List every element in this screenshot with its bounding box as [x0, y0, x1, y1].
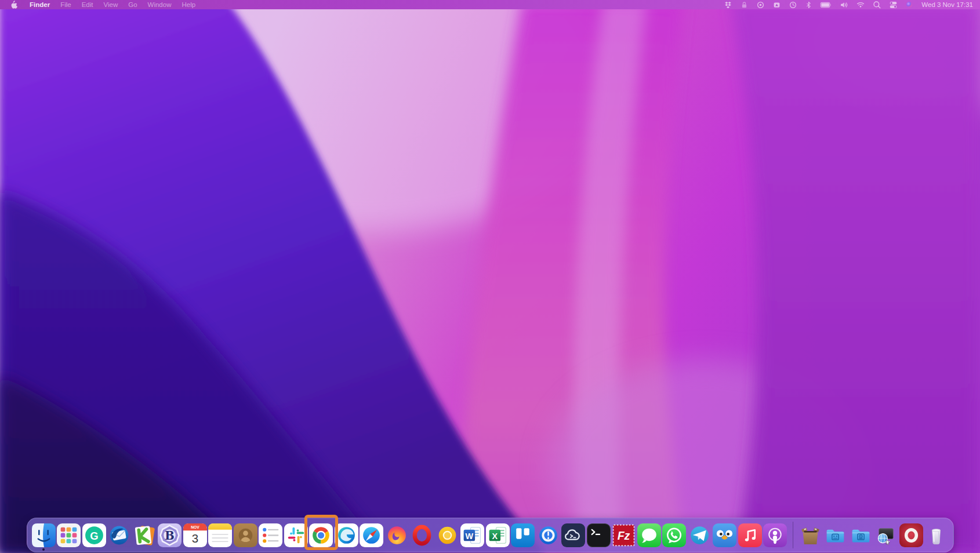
circled-dot-icon[interactable]	[756, 1, 765, 9]
notes-icon	[208, 523, 232, 547]
dock-container: G	[0, 518, 980, 552]
dock-item-opera[interactable]	[409, 518, 435, 552]
k-green-book-app-icon	[133, 523, 157, 547]
dock-item-terminal[interactable]	[586, 518, 612, 552]
dock-item-microsoft-excel[interactable]: X	[485, 518, 511, 552]
menu-go[interactable]: Go	[123, 1, 142, 8]
svg-text:3: 3	[192, 531, 198, 544]
dock-item-google-chrome[interactable]	[308, 518, 334, 552]
dock-item-1password[interactable]	[536, 518, 561, 552]
menu-finder[interactable]: Finder	[24, 1, 55, 8]
red-o-app-icon	[899, 523, 923, 547]
terminal-icon	[587, 523, 611, 547]
dock-item-whatsapp[interactable]	[662, 518, 687, 552]
wifi-icon[interactable]	[856, 1, 865, 9]
disk-images-folder-icon	[849, 523, 873, 547]
bluetooth-icon[interactable]	[805, 1, 812, 9]
clock-icon[interactable]	[789, 1, 797, 9]
applications-folder-icon	[823, 523, 847, 547]
svg-text:W: W	[466, 532, 474, 541]
dock-item-chrome-canary[interactable]	[435, 518, 460, 552]
svg-text:G: G	[90, 529, 98, 541]
finder-icon	[32, 523, 56, 547]
spotlight-search-icon[interactable]	[873, 1, 881, 9]
cloud-terminal-app-icon	[561, 523, 585, 547]
dock-item-telegram[interactable]	[687, 518, 713, 552]
google-chrome-icon	[309, 523, 333, 547]
chrome-canary-icon	[435, 523, 459, 547]
telegram-icon	[688, 523, 712, 547]
dock-item-cardboard-box-app[interactable]	[798, 518, 823, 552]
menu-edit[interactable]: Edit	[77, 1, 99, 8]
dock-item-calendar[interactable]: NOV 3	[183, 518, 208, 552]
microsoft-word-icon: W	[460, 523, 484, 547]
messages-icon	[637, 523, 661, 547]
dock-item-tweetbot[interactable]	[712, 518, 738, 552]
screen-sharing-app-icon	[874, 523, 898, 547]
dock-item-finder[interactable]	[31, 518, 57, 552]
thunderbird-icon	[107, 523, 131, 547]
dock-separator	[793, 522, 793, 548]
trello-icon	[511, 523, 535, 547]
menu-file[interactable]: File	[55, 1, 77, 8]
dock-item-slack[interactable]	[284, 518, 309, 552]
svg-text:NOV: NOV	[191, 525, 199, 529]
b-letter-app-icon: B	[158, 523, 182, 547]
dock-item-thunderbird[interactable]	[107, 518, 132, 552]
microsoft-excel-icon: X	[486, 523, 510, 547]
dock-item-trello[interactable]	[510, 518, 536, 552]
dock-item-screen-sharing-app[interactable]	[873, 518, 899, 552]
trash-icon	[924, 523, 948, 547]
menu-bar-menus: Finder File Edit View Go Window Help	[7, 1, 201, 9]
dock-item-firefox[interactable]	[384, 518, 410, 552]
dock-item-k-green-book-app[interactable]	[132, 518, 158, 552]
grammarly-icon: G	[82, 523, 106, 547]
dock-item-filezilla[interactable]: Fz	[611, 518, 637, 552]
dock-item-cloud-terminal-app[interactable]	[561, 518, 586, 552]
dock-item-microsoft-edge[interactable]	[334, 518, 360, 552]
cardboard-box-app-icon	[798, 523, 822, 547]
contacts-icon	[234, 523, 257, 547]
dock-item-apple-music[interactable]	[738, 518, 763, 552]
menu-bar-clock[interactable]: Wed 3 Nov 17:31	[921, 1, 973, 8]
launchpad-icon	[57, 523, 81, 547]
apple-menu[interactable]	[7, 1, 21, 9]
dock-item-applications-folder[interactable]	[823, 518, 848, 552]
dock-item-grammarly[interactable]: G	[82, 518, 107, 552]
safari-icon	[360, 523, 383, 547]
dock-item-notes[interactable]	[208, 518, 233, 552]
menu-view[interactable]: View	[99, 1, 124, 8]
padlock-icon[interactable]	[740, 1, 749, 9]
dock-item-messages[interactable]	[637, 518, 662, 552]
desktop: Finder File Edit View Go Window Help	[0, 0, 980, 553]
dock-item-disk-images-folder[interactable]	[848, 518, 874, 552]
svg-text:Fz: Fz	[618, 529, 630, 542]
menu-bar: Finder File Edit View Go Window Help	[0, 0, 980, 9]
menu-window[interactable]: Window	[143, 1, 177, 8]
control-center-icon[interactable]	[889, 1, 898, 9]
dock-item-red-o-app[interactable]	[899, 518, 924, 552]
menu-help[interactable]: Help	[176, 1, 201, 8]
menu-bar-status-area: Wed 3 Nov 17:31	[724, 1, 973, 9]
dock-item-launchpad[interactable]	[56, 518, 82, 552]
dock-item-safari[interactable]	[359, 518, 384, 552]
apple-logo-icon	[10, 1, 17, 9]
screenshot-icon[interactable]	[772, 1, 781, 9]
dock: G	[27, 518, 954, 552]
filezilla-icon: Fz	[612, 523, 636, 547]
dock-item-apple-podcasts[interactable]	[763, 518, 788, 552]
dock-item-microsoft-word[interactable]: W	[460, 518, 485, 552]
dropbox-icon[interactable]	[724, 1, 732, 9]
svg-text:X: X	[492, 532, 498, 541]
slack-icon	[284, 523, 308, 547]
volume-icon[interactable]	[840, 1, 848, 9]
dock-item-trash[interactable]	[924, 518, 949, 552]
running-indicator	[42, 548, 45, 551]
dock-item-b-letter-app[interactable]: B	[157, 518, 183, 552]
apple-podcasts-icon	[763, 523, 787, 547]
siri-icon[interactable]	[905, 1, 913, 9]
dock-item-reminders[interactable]	[258, 518, 284, 552]
whatsapp-icon	[662, 523, 686, 547]
battery-icon[interactable]	[820, 1, 832, 9]
dock-item-contacts[interactable]	[233, 518, 259, 552]
